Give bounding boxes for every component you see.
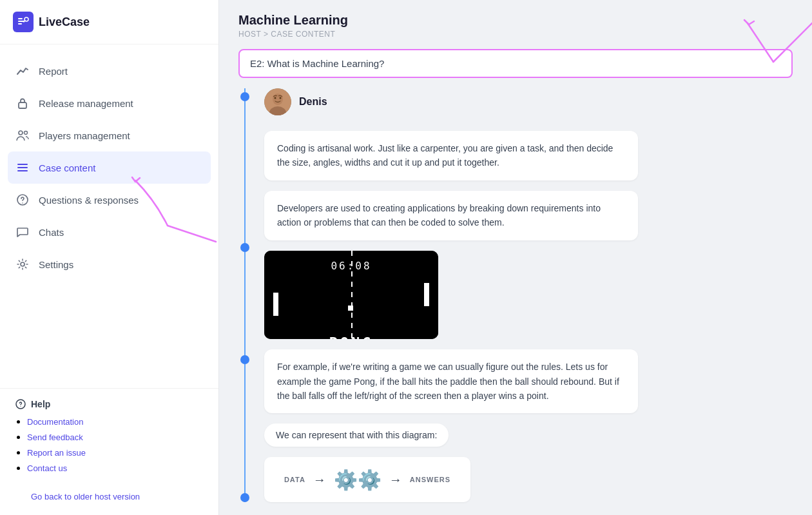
- diagram-image: DATA → ⚙️⚙️ → ANSWERS: [264, 457, 470, 502]
- report-issue-link[interactable]: Report an issue: [27, 448, 86, 458]
- page-header: Machine Learning HOST > CASE CONTENT: [219, 0, 812, 49]
- svg-point-7: [24, 131, 28, 135]
- svg-rect-0: [18, 18, 23, 19]
- timeline-dot-2: [240, 243, 249, 252]
- sidebar-item-chats-label: Chats: [39, 227, 64, 238]
- svg-rect-5: [19, 102, 26, 108]
- avatar: [264, 88, 291, 115]
- documentation-link[interactable]: Documentation: [27, 417, 83, 427]
- message-bubble-4: For example, if we're writing a game we …: [264, 349, 638, 413]
- sidebar-item-chats[interactable]: Chats: [0, 216, 218, 248]
- diagram-answers-label: ANSWERS: [410, 476, 450, 483]
- message-small-5: We can represent that with this diagram:: [264, 423, 793, 447]
- sidebar-item-settings[interactable]: Settings: [0, 248, 218, 280]
- svg-point-12: [22, 202, 23, 204]
- diagram-arrow: →: [313, 472, 326, 487]
- sidebar-item-case-content[interactable]: Case content: [8, 151, 211, 184]
- timeline-dot-3: [240, 355, 249, 364]
- messages-column: Denis Coding is artisanal work. Just lik…: [251, 88, 793, 502]
- app-name: LiveCase: [39, 15, 90, 29]
- chat-icon: [15, 225, 30, 239]
- message-bubble-2: Developers are used to creating applicat…: [264, 191, 638, 240]
- lock-icon: [15, 96, 30, 110]
- svg-point-15: [20, 406, 21, 407]
- settings-icon: [15, 257, 30, 271]
- timeline-dot-4: [240, 493, 249, 502]
- page-title: Machine Learning: [238, 13, 793, 28]
- sidebar-item-release-management[interactable]: Release management: [0, 87, 218, 119]
- help-title: Help: [15, 399, 203, 409]
- sidebar-item-case-content-label: Case content: [39, 162, 95, 173]
- pong-ball: [348, 306, 353, 311]
- svg-point-19: [275, 97, 276, 99]
- pong-paddle-left: [273, 293, 278, 316]
- players-icon: [15, 128, 30, 142]
- contact-us-link[interactable]: Contact us: [27, 463, 67, 473]
- question-icon: [15, 193, 30, 207]
- sidebar-item-report[interactable]: Report: [0, 55, 218, 87]
- help-section: Help Documentation Send feedback Report …: [0, 388, 218, 488]
- message-bubble-1: Coding is artisanal work. Just like a ca…: [264, 131, 638, 180]
- sidebar-item-questions-label: Questions & responses: [39, 195, 139, 206]
- send-feedback-link[interactable]: Send feedback: [27, 432, 83, 442]
- list-icon: [15, 160, 30, 175]
- message-bubble-5: We can represent that with this diagram:: [264, 423, 449, 447]
- logo-icon: [13, 12, 34, 32]
- sidebar-item-players-management[interactable]: Players management: [0, 119, 218, 151]
- help-links: Documentation Send feedback Report an is…: [15, 416, 203, 474]
- logo-area: LiveCase: [0, 0, 218, 44]
- content-area: Denis Coding is artisanal work. Just lik…: [219, 88, 812, 515]
- breadcrumb: HOST > CASE CONTENT: [238, 30, 793, 39]
- svg-point-6: [19, 131, 23, 135]
- diagram-data-label: DATA: [284, 476, 305, 483]
- go-back-link[interactable]: Go back to older host version: [15, 484, 155, 501]
- pong-center-line: [351, 251, 353, 340]
- sidebar-item-report-label: Report: [39, 66, 68, 77]
- avatar-image: [264, 88, 291, 115]
- svg-point-20: [280, 97, 282, 99]
- sidebar-item-questions[interactable]: Questions & responses: [0, 184, 218, 216]
- pong-paddle-right: [424, 283, 429, 306]
- diagram-arrow-2: →: [389, 472, 402, 487]
- sidebar-navigation: Report Release management Pl: [0, 44, 218, 388]
- message-author: Denis: [264, 88, 793, 115]
- gear-icon: ⚙️⚙️: [334, 469, 382, 491]
- episode-selector-container: E1: Introduction E2: What is Machine Lea…: [219, 49, 812, 88]
- episode-dropdown[interactable]: E1: Introduction E2: What is Machine Lea…: [238, 49, 793, 78]
- pong-title: PONG: [329, 335, 374, 340]
- pong-screen: 06:08 PONG: [264, 251, 438, 340]
- report-icon: [15, 64, 30, 78]
- sidebar-item-settings-label: Settings: [39, 259, 73, 270]
- sidebar: LiveCase Report Release management: [0, 0, 219, 515]
- svg-point-13: [21, 262, 24, 266]
- author-name: Denis: [299, 96, 327, 108]
- main-content: Machine Learning HOST > CASE CONTENT E1:…: [219, 0, 812, 515]
- svg-point-17: [273, 93, 283, 105]
- timeline-dot-1: [240, 92, 249, 101]
- svg-rect-2: [18, 23, 22, 24]
- pong-image: 06:08 PONG: [264, 251, 438, 340]
- sidebar-item-release-label: Release management: [39, 98, 133, 109]
- sidebar-item-players-label: Players management: [39, 130, 130, 141]
